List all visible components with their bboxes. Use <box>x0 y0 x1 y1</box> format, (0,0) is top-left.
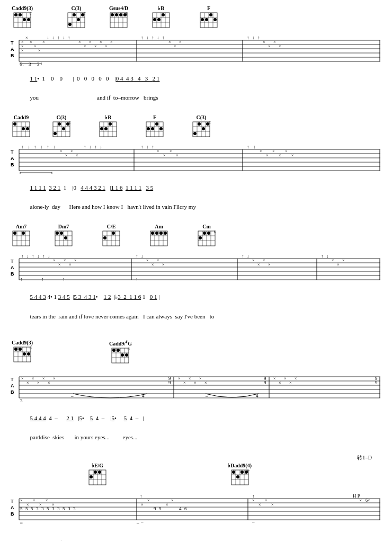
svg-text:T: T <box>11 40 14 46</box>
chord-cadd9-3: Cadd9(3) (3) <box>12 5 33 29</box>
svg-text:×: × <box>94 44 97 49</box>
svg-point-301 <box>27 352 30 356</box>
svg-text:×: × <box>170 149 172 154</box>
svg-text:×: × <box>32 376 34 381</box>
tab-svg-1: T A B × × × × × <box>10 30 382 68</box>
svg-text:×: × <box>168 40 171 45</box>
svg-text:↓: ↓ <box>52 35 55 40</box>
svg-text:×: × <box>271 502 274 507</box>
svg-text:9: 9 <box>154 506 156 511</box>
svg-text:9: 9 <box>264 380 266 385</box>
svg-text:4: 4 <box>179 506 182 511</box>
chord-cadd9-4: Cadd9(3) (3) <box>12 340 33 363</box>
svg-text:×: × <box>163 153 166 158</box>
chord-diagram <box>102 230 121 247</box>
svg-text:B: B <box>11 271 14 277</box>
svg-text:↑: ↑ <box>252 493 255 499</box>
svg-text:↓: ↓ <box>28 144 30 149</box>
svg-text:↑: ↑ <box>162 35 165 40</box>
svg-point-233 <box>155 232 158 235</box>
svg-text:×: × <box>263 40 265 45</box>
svg-text:×: × <box>204 380 207 385</box>
chord-dm7: Dm7 <box>54 224 73 247</box>
svg-point-300 <box>23 352 26 356</box>
svg-text:(3): (3) <box>209 121 211 125</box>
numbers-line-1: 1 1• 1 0 0 | 0 0 0 0 0 |0 4 4 3 4 3 2 1 <box>10 69 382 88</box>
svg-text:6×: 6× <box>366 498 370 503</box>
chord-name: ♭B <box>158 5 164 11</box>
svg-text:5: 5 <box>63 506 65 511</box>
svg-text:×: × <box>257 262 260 267</box>
svg-text:↑: ↑ <box>152 35 154 40</box>
chord-diagram: (4) <box>230 469 250 486</box>
svg-text:×: × <box>37 380 40 385</box>
svg-point-122 <box>62 127 65 130</box>
chord-f2: F <box>145 114 164 138</box>
section-3: Am7 Dm7 <box>10 224 382 330</box>
svg-point-112 <box>13 122 16 126</box>
section-4: Cadd9(3) (3) Cadd9/♯G <box>10 340 382 451</box>
svg-text:×: × <box>60 149 63 154</box>
lyrics-line-4: parddise skies in yours eyes... eyes... <box>10 428 382 451</box>
svg-text:(3): (3) <box>126 12 128 15</box>
lyrics-line-1: you and if to–morrow brings <box>10 88 382 111</box>
svg-text:×: × <box>265 498 268 503</box>
tab-staff-5: T A B 5 5 5 3 3 5 3 <box>10 487 382 532</box>
svg-text:×: × <box>33 498 35 503</box>
svg-text:×: × <box>260 149 262 154</box>
svg-text:×: × <box>110 40 113 45</box>
svg-text:3: 3 <box>73 506 76 511</box>
svg-point-309 <box>112 349 115 352</box>
svg-point-235 <box>164 232 167 235</box>
svg-text:↑: ↑ <box>152 144 154 149</box>
svg-point-113 <box>22 127 25 130</box>
svg-text:↑: ↑ <box>321 253 324 259</box>
svg-point-310 <box>117 349 120 352</box>
svg-point-208 <box>22 232 25 235</box>
chord-cm: Cm (3) <box>197 224 216 247</box>
svg-text:3: 3 <box>29 61 31 67</box>
svg-text:×: × <box>69 262 72 267</box>
svg-text:–: – <box>140 519 144 524</box>
chord-row-5: ♭E/G ♭Dadd9(4) <box>10 463 382 486</box>
numbers-line-3: 5 4 4 3 4• 1 3 4 5 |5 3 4 3 1• 1 2 |♭3 2… <box>10 287 382 307</box>
chord-diagram <box>145 121 164 138</box>
svg-text:↓: ↓ <box>37 253 40 259</box>
svg-text:↑: ↑ <box>242 253 244 259</box>
svg-text:×: × <box>289 380 292 385</box>
svg-text:×: × <box>295 376 297 381</box>
svg-text:↓: ↓ <box>146 35 149 40</box>
svg-text:(3): (3) <box>30 346 32 350</box>
svg-text:↓: ↓ <box>146 144 149 149</box>
tab-svg-2: T A B ↑ ↓ ↑ ↓ ↑ ↓ × <box>10 139 382 177</box>
svg-point-372 <box>236 475 239 478</box>
svg-text:×: × <box>279 44 281 49</box>
chord-name: Gsus4/D <box>109 5 128 11</box>
svg-text:×: × <box>171 498 174 503</box>
svg-text:×: × <box>162 262 165 267</box>
svg-point-30 <box>119 13 122 16</box>
chord-diagram <box>99 121 118 138</box>
svg-point-224 <box>112 232 115 235</box>
svg-text:↑: ↑ <box>47 144 49 149</box>
svg-text:×: × <box>194 380 197 385</box>
svg-point-151 <box>198 122 201 126</box>
svg-point-311 <box>121 353 124 357</box>
svg-text:×: × <box>179 40 182 45</box>
svg-point-17 <box>73 13 76 16</box>
svg-text:4: 4 <box>256 393 259 398</box>
svg-text:×: × <box>105 44 108 49</box>
svg-text:×: × <box>52 502 55 507</box>
chord-diagram: (3) <box>67 12 86 29</box>
lyrics-line-2: alone-ly day Here and how I know I havn'… <box>10 197 382 220</box>
svg-text:×: × <box>48 380 50 385</box>
numbers-line-2: 1 1 1 1 3 2 1 1 |0 4 4 4 3 2 1 |1 1 6 1 … <box>10 178 382 197</box>
chord-bb: ♭B <box>152 5 171 29</box>
chord-row-3: Am7 Dm7 <box>10 224 382 247</box>
svg-text:3: 3 <box>41 506 44 511</box>
svg-text:6: 6 <box>184 506 187 511</box>
svg-point-40 <box>157 18 161 21</box>
section-2: Cadd9 C(3) <box>10 114 382 220</box>
svg-text:↑: ↑ <box>247 35 250 40</box>
chord-diagram: (3) <box>109 12 128 29</box>
